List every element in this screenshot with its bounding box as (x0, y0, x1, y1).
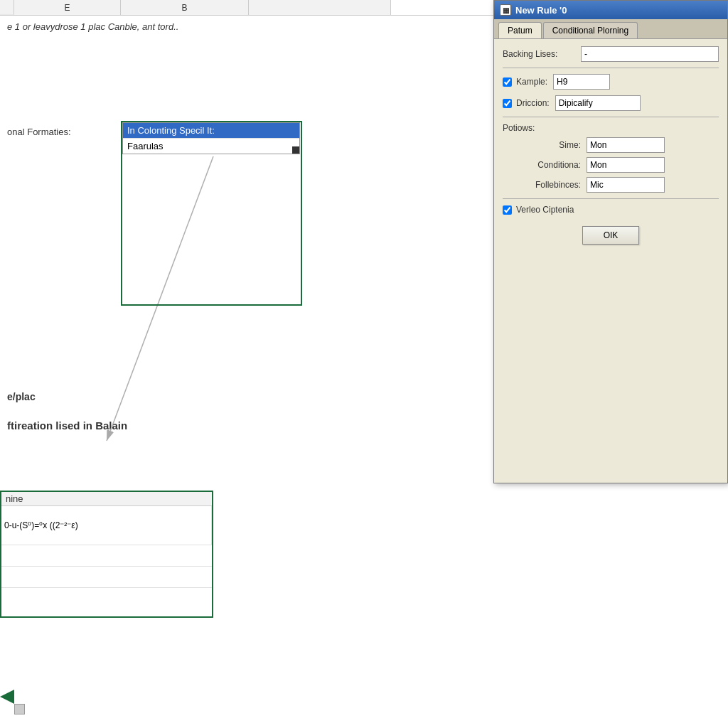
dialog-tabs: Patum Conditional Plorning (494, 19, 727, 39)
dropdown-selected[interactable]: In Colonting Specil It: (123, 123, 299, 138)
backing-lises-row: Backing Lises: (503, 46, 719, 62)
spreadsheet-area: E B e 1 or leavydrose 1 plac Canble, ant… (0, 0, 512, 728)
dropdown-box[interactable]: In Colonting Specil It: Faarulas (122, 122, 300, 154)
formula-text: 0-u-(S⁰)=⁰x ((2⁻²⁻ε) (4, 520, 78, 530)
col-header-extra (249, 0, 391, 15)
verleo-row: Verleo Ciptenia (503, 205, 719, 215)
bottom-grid: nine 0-u-(S⁰)=⁰x ((2⁻²⁻ε) (0, 491, 213, 618)
tab-patum[interactable]: Patum (498, 22, 542, 38)
potiows-section: Potiows: Sime: Conditiona: Follebinces: (503, 123, 719, 193)
eplac-text: e/plac (7, 391, 36, 402)
row-num-header (0, 0, 14, 15)
ok-button[interactable]: OIK (582, 226, 639, 245)
sime-row: Sime: (517, 137, 719, 153)
svg-line-1 (107, 156, 213, 441)
kample-label: Kample: (516, 77, 547, 87)
backing-lises-label: Backing Lises: (503, 49, 581, 59)
tab-conditional-plorning[interactable]: Conditional Plorning (543, 22, 638, 38)
follebinces-row: Follebinces: (517, 177, 719, 193)
potiows-label: Potiows: (503, 123, 719, 133)
follebinces-label: Follebinces: (517, 180, 581, 190)
dropdown-item-1[interactable]: Faarulas (123, 138, 299, 154)
kample-row: Kample: (503, 74, 719, 90)
conditiona-label: Conditiona: (517, 160, 581, 170)
formula-cell: 0-u-(S⁰)=⁰x ((2⁻²⁻ε) (1, 506, 212, 545)
bottom-grid-header: nine (1, 492, 212, 506)
ok-row: OIK (503, 226, 719, 252)
col-header-b: B (121, 0, 249, 15)
left-arrow-indicator (0, 690, 14, 704)
dialog-title: New Rule '0 (515, 5, 567, 16)
driccion-checkbox[interactable] (503, 99, 512, 108)
arrow-connector (0, 0, 512, 512)
ftireation-text: ftireation lised in Balain (7, 419, 127, 432)
bottom-grid-formula-row: 0-u-(S⁰)=⁰x ((2⁻²⁻ε) (1, 506, 212, 545)
bottom-grid-empty-row-1 (1, 545, 212, 567)
driccion-input[interactable] (555, 95, 641, 111)
dialog-titlebar: ▦ New Rule '0 (494, 1, 727, 19)
verleo-label: Verleo Ciptenia (516, 205, 574, 215)
dialog-panel: ▦ New Rule '0 Patum Conditional Plorning… (493, 0, 728, 483)
sime-label: Sime: (517, 140, 581, 150)
kample-checkbox[interactable] (503, 77, 512, 87)
scroll-left[interactable] (14, 704, 25, 714)
driccion-label: Driccion: (516, 98, 550, 108)
kample-input[interactable] (553, 74, 610, 90)
dropdown-corner (292, 146, 299, 154)
description-text: e 1 or leavydrose 1 plac Canble, ant tor… (7, 21, 178, 32)
sime-input[interactable] (587, 137, 665, 153)
follebinces-input[interactable] (587, 177, 665, 193)
bottom-grid-bottom-row (1, 588, 212, 616)
col-header-e: E (14, 0, 121, 15)
col-headers: E B (0, 0, 512, 16)
divider-1 (503, 68, 719, 68)
dialog-icon: ▦ (500, 4, 511, 16)
dialog-content: Backing Lises: Kample: Driccion: Potiows… (494, 39, 727, 259)
conditiona-input[interactable] (587, 157, 665, 173)
divider-3 (503, 198, 719, 199)
bottom-grid-empty-row-2 (1, 567, 212, 588)
verleo-checkbox[interactable] (503, 205, 512, 215)
conditiona-row: Conditiona: (517, 157, 719, 173)
divider-2 (503, 117, 719, 117)
driccion-row: Driccion: (503, 95, 719, 111)
backing-lises-input[interactable] (581, 46, 719, 62)
formaties-label: onal Formaties: (7, 127, 71, 137)
